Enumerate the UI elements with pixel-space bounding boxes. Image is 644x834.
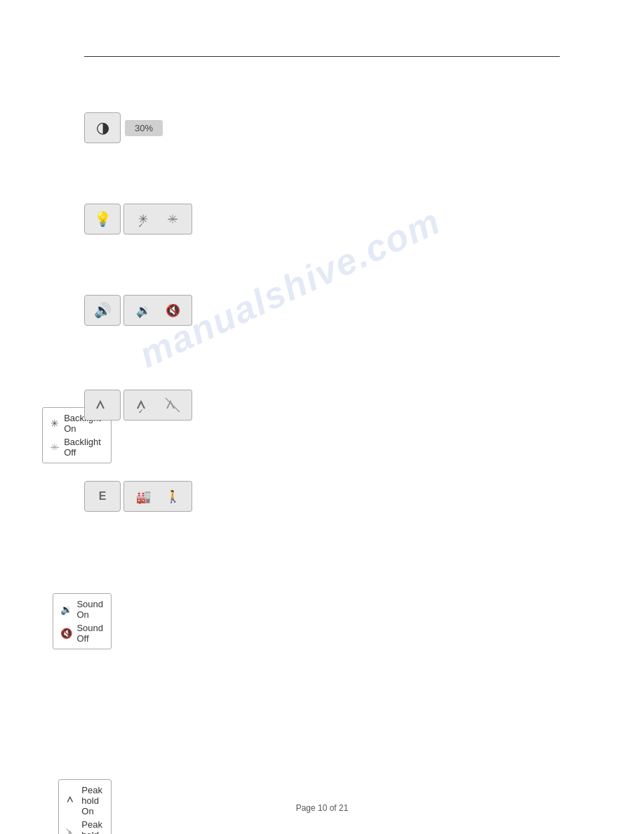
brightness-row: ◑ 30% [84,112,163,143]
peak-off-dd-icon [66,828,77,834]
page-number: Page 10 of 21 [296,803,349,813]
backlight-option2-wrap: ✳ [161,212,185,227]
backlight-dropdown-icon1: ✳ [50,418,60,429]
backlight-checkmark: ✓ [138,222,144,229]
backlight-off-label: Backlight Off [64,437,104,458]
peak-row: ✓ Peak hold On [84,390,192,421]
sound-option1-wrap: 🔉 ✓ [131,303,155,318]
custom-cal-icon: 🚶 [166,489,180,504]
cal-option2-wrap: 🚶 [161,489,185,504]
sound-dropdown-row1: 🔉 Sound On [60,597,104,621]
sound-on-label: Sound On [76,599,104,620]
backlight-dropdown-row2: ✳ Backlight Off [50,435,104,459]
sound-dropdown-icon2: 🔇 [60,628,72,639]
backlight-row: 💡 ✳ ✓ ✳ ✳ Backlight On ✳ Backlight Off [84,204,192,234]
peak-option1-wrap: ✓ [131,397,155,413]
cal-main-box[interactable]: E [84,481,121,512]
cal-checkmark: ✓ [138,499,144,506]
backlight-dropdown-icon2: ✳ [50,442,60,453]
backlight-option1-wrap: ✳ ✓ [131,212,155,227]
cal-option1-wrap: 🏭 ✓ [131,489,155,504]
svg-line-0 [166,398,180,412]
sound-dropdown-icon1: 🔉 [60,604,72,615]
cal-row: E 🏭 ✓ 🚶 🏭 Factory Cal 🚶 Custom Cal [84,481,192,512]
peak-off-label: Peak hold Off [81,819,104,834]
backlight-off-icon: ✳ [168,212,177,227]
backlight-options-box[interactable]: ✳ ✓ ✳ [123,204,192,234]
brightness-control-box[interactable]: ◑ [84,112,121,143]
peak-dropdown-row2: Peak hold Off [66,818,104,834]
peak-option2-wrap [161,397,185,413]
backlight-main-icon: 💡 [90,207,114,231]
top-rule [84,56,560,57]
brightness-icon: ◑ [90,116,114,140]
peak-checkmark: ✓ [138,408,144,415]
sound-off-label: Sound Off [76,623,104,644]
sound-off-icon: 🔇 [166,303,180,318]
peak-main-svg [95,397,110,413]
peak-options-box[interactable]: ✓ [123,390,192,421]
sound-main-icon: 🔊 [90,298,114,322]
sound-checkmark: ✓ [138,313,144,320]
peak-dropdown-icon2 [66,828,77,834]
brightness-value: 30% [125,120,163,136]
sound-main-box[interactable]: 🔊 [84,295,121,326]
sound-dropdown-row2: 🔇 Sound Off [60,621,104,645]
cal-options-box[interactable]: 🏭 ✓ 🚶 [123,481,192,512]
page-content: ◑ 30% 💡 ✳ ✓ ✳ ✳ Backlight On ✳ Backligh [0,0,644,834]
svg-line-1 [67,829,77,834]
peak-main-icon [90,393,114,417]
peak-off-icon [165,397,180,413]
cal-main-icon: E [90,484,114,508]
sound-options-box[interactable]: 🔉 ✓ 🔇 [123,295,192,326]
sound-option2-wrap: 🔇 [161,303,185,318]
sound-dropdown: 🔉 Sound On 🔇 Sound Off [53,593,112,649]
peak-main-box[interactable] [84,390,121,421]
sound-row: 🔊 🔉 ✓ 🔇 🔉 Sound On 🔇 Sound Off [84,295,192,326]
page-footer: Page 10 of 21 [0,803,644,813]
backlight-main-box[interactable]: 💡 [84,204,121,234]
